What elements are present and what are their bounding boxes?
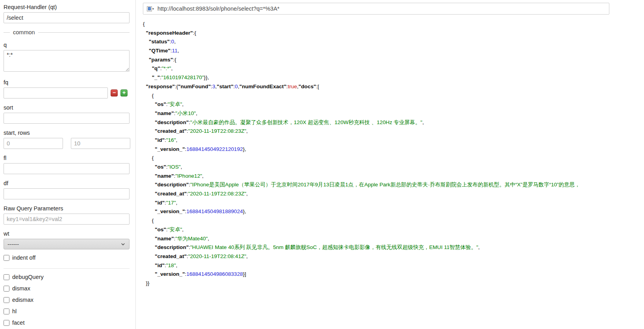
debugquery-checkbox-row[interactable]: debugQuery	[4, 274, 130, 280]
fl-label: fl	[4, 155, 130, 161]
raw-query-group: Raw Query Parameters	[4, 205, 130, 225]
sidebar-divider	[4, 268, 130, 269]
common-legend-text: common	[10, 29, 38, 35]
df-group: df	[4, 180, 130, 199]
debugquery-label: debugQuery	[12, 274, 44, 280]
hl-checkbox-row[interactable]: hl	[4, 308, 130, 314]
hl-checkbox[interactable]	[4, 309, 9, 314]
url-menu-icon[interactable]: ▾	[147, 6, 154, 11]
fl-group: fl	[4, 155, 130, 174]
edismax-checkbox[interactable]	[4, 297, 9, 303]
edismax-label: edismax	[12, 297, 33, 303]
sort-input[interactable]	[4, 113, 130, 124]
start-rows-group: start, rows	[4, 130, 130, 149]
wt-select[interactable]: ------	[4, 239, 130, 249]
json-response: { "responseHeader":{ "status":0, "QTime"…	[143, 20, 644, 288]
df-input[interactable]	[4, 188, 130, 199]
fq-label: fq	[4, 79, 130, 86]
df-label: df	[4, 180, 130, 186]
raw-query-label: Raw Query Parameters	[4, 205, 130, 212]
start-rows-label: start, rows	[4, 130, 130, 136]
request-handler-label: Request-Handler (qt)	[4, 4, 130, 10]
indent-off-checkbox-row[interactable]: indent off	[4, 255, 130, 261]
facet-checkbox[interactable]	[4, 320, 9, 326]
add-fq-button[interactable]: +	[120, 89, 128, 97]
q-label: q	[4, 42, 130, 48]
remove-fq-button[interactable]: −	[111, 89, 118, 97]
rows-input[interactable]	[71, 138, 130, 149]
indent-off-label: indent off	[12, 255, 35, 261]
query-sidebar: Request-Handler (qt) common q *:* fq − +…	[0, 0, 136, 329]
sort-label: sort	[4, 104, 130, 111]
dismax-label: dismax	[12, 285, 30, 292]
wt-label: wt	[4, 230, 130, 237]
response-pane: ▾ http://localhost:8983/solr/phone/selec…	[136, 0, 644, 329]
hl-label: hl	[12, 308, 17, 314]
query-url-bar[interactable]: ▾ http://localhost:8983/solr/phone/selec…	[143, 3, 609, 15]
edismax-checkbox-row[interactable]: edismax	[4, 297, 130, 303]
legend-line-left	[4, 32, 10, 33]
dismax-checkbox-row[interactable]: dismax	[4, 285, 130, 292]
request-handler-input[interactable]	[4, 12, 130, 23]
q-textarea[interactable]: *:*	[4, 50, 130, 72]
legend-line-right	[38, 32, 130, 33]
facet-label: facet	[12, 320, 24, 326]
facet-checkbox-row[interactable]: facet	[4, 320, 130, 326]
start-input[interactable]	[4, 138, 63, 149]
chevron-down-icon	[120, 242, 126, 247]
q-group: q *:*	[4, 42, 130, 73]
wt-selected-value: ------	[7, 241, 19, 247]
request-handler-group: Request-Handler (qt)	[4, 4, 130, 23]
sort-group: sort	[4, 104, 130, 124]
indent-off-checkbox[interactable]	[4, 255, 9, 261]
fq-input[interactable]	[4, 87, 108, 99]
fq-group: fq − +	[4, 79, 130, 99]
dismax-checkbox[interactable]	[4, 286, 9, 292]
query-url-text[interactable]: http://localhost:8983/solr/phone/select?…	[157, 6, 279, 12]
wt-group: wt ------	[4, 230, 130, 249]
fl-input[interactable]	[4, 163, 130, 174]
raw-query-input[interactable]	[4, 214, 130, 225]
common-section-legend: common	[4, 29, 130, 35]
debugquery-checkbox[interactable]	[4, 274, 9, 280]
